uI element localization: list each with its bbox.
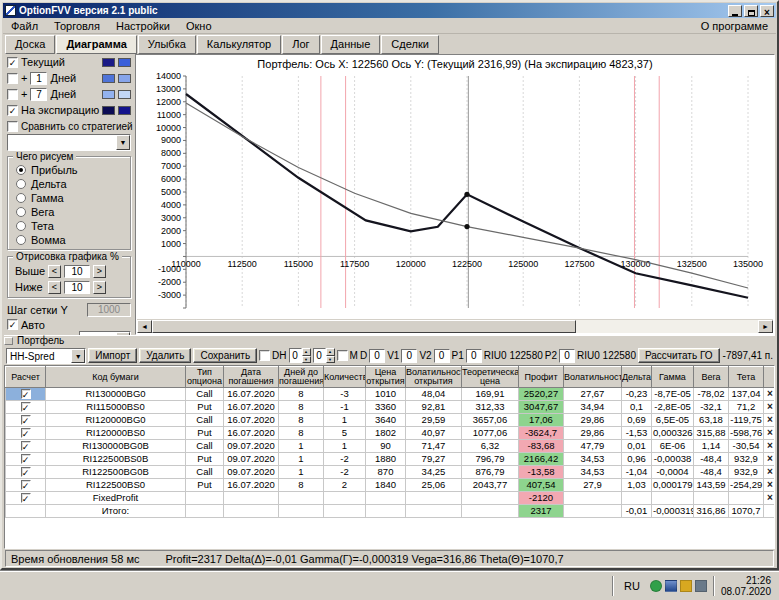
close-position-button[interactable]: × (767, 492, 773, 503)
spin-up-icon[interactable]: ▲ (302, 348, 311, 356)
scroll-thumb[interactable] (152, 320, 576, 333)
radio-icon[interactable] (16, 179, 26, 189)
grid-y-input[interactable]: 1000 (87, 303, 131, 317)
dh-spinner-1[interactable]: 0 ▲▼ (289, 348, 311, 363)
volume-tray-icon[interactable] (680, 580, 692, 592)
scroll-track[interactable] (152, 320, 758, 333)
row-enabled-checkbox[interactable]: ✓ (21, 402, 31, 412)
import-button[interactable]: Импорт (88, 348, 137, 363)
row-enabled-checkbox[interactable]: ✓ (21, 480, 31, 490)
p2-input[interactable]: 0 (559, 349, 575, 363)
plus7-checkbox[interactable] (7, 89, 18, 100)
menu-item-3[interactable]: Окно (178, 19, 220, 33)
scroll-left-button[interactable]: ◄ (137, 320, 152, 333)
increase-button[interactable]: > (93, 265, 106, 278)
plus7-color-swatch-1[interactable] (102, 90, 115, 99)
render-pct-input[interactable]: 10 (64, 281, 90, 294)
dh-checkbox[interactable] (259, 350, 270, 361)
radio-icon[interactable] (16, 221, 26, 231)
tab-3[interactable]: Калькулятор (197, 35, 281, 54)
compare-strategy-checkbox[interactable] (7, 121, 18, 132)
about-menu-item[interactable]: О программе (693, 19, 776, 33)
maximize-button[interactable] (744, 5, 758, 17)
close-button[interactable]: × (760, 5, 774, 17)
increase-button[interactable]: > (93, 281, 106, 294)
menu-item-1[interactable]: Торговля (46, 19, 108, 33)
portfolio-collapse-button[interactable] (4, 337, 13, 345)
strategy-compare-select[interactable]: ▼ (7, 134, 131, 151)
spin-up-icon[interactable]: ▲ (326, 348, 335, 356)
radio-icon[interactable] (16, 165, 26, 175)
chart-tray-icon[interactable] (665, 580, 677, 592)
column-header-0[interactable]: Расчет (6, 367, 46, 388)
column-header-13[interactable]: Вега (694, 367, 729, 388)
taskbar-clock[interactable]: 21:26 08.07.2020 (721, 575, 773, 597)
draw-option-2[interactable]: Гамма (11, 191, 127, 205)
v2-input[interactable]: 0 (434, 349, 450, 363)
radio-icon[interactable] (16, 193, 26, 203)
d-input[interactable]: 0 (369, 349, 385, 363)
column-header-11[interactable]: Дельта (622, 367, 652, 388)
close-position-button[interactable]: × (767, 427, 773, 438)
title-bar[interactable]: OptionFVV версия 2.1 public × (3, 3, 776, 18)
render-pct-input[interactable]: 10 (64, 265, 90, 278)
column-header-5[interactable]: Количество (324, 367, 366, 388)
plus7-color-swatch-2[interactable] (118, 90, 131, 99)
plus1-color-swatch-1[interactable] (102, 74, 115, 83)
save-button[interactable]: Сохранить (193, 348, 257, 363)
expiration-color-swatch-1[interactable] (102, 106, 115, 115)
p1-input[interactable]: 0 (466, 349, 482, 363)
row-enabled-checkbox[interactable]: ✓ (21, 493, 31, 503)
current-checkbox[interactable]: ✓ (7, 57, 18, 68)
chart-horizontal-scrollbar[interactable]: ◄ ► (137, 319, 773, 333)
close-position-button[interactable]: × (767, 414, 773, 425)
close-position-button[interactable]: × (767, 466, 773, 477)
plus1-color-swatch-2[interactable] (118, 74, 131, 83)
dh-spinner-2[interactable]: 0 ▲▼ (313, 348, 335, 363)
radio-icon[interactable] (16, 235, 26, 245)
column-header-9[interactable]: Профит (519, 367, 564, 388)
row-enabled-checkbox[interactable]: ✓ (21, 428, 31, 438)
close-position-button[interactable]: × (767, 401, 773, 412)
row-enabled-checkbox[interactable]: ✓ (21, 415, 31, 425)
column-header-1[interactable]: Код бумаги (46, 367, 186, 388)
auto-grid-checkbox[interactable]: ✓ (7, 319, 18, 330)
draw-option-4[interactable]: Тета (11, 219, 127, 233)
column-header-6[interactable]: Цена открытия (366, 367, 406, 388)
close-position-button[interactable]: × (767, 440, 773, 451)
current-color-swatch-2[interactable] (118, 58, 131, 67)
plus7-days-input[interactable]: 7 (30, 88, 47, 101)
spin-down-icon[interactable]: ▼ (302, 356, 311, 364)
tab-5[interactable]: Данные (321, 35, 381, 54)
m-checkbox[interactable] (337, 350, 348, 361)
column-header-10[interactable]: Волатильность (564, 367, 622, 388)
calculate-margin-button[interactable]: Рассчитать ГО (638, 348, 720, 363)
row-enabled-checkbox[interactable]: ✓ (21, 467, 31, 477)
expiration-checkbox[interactable]: ✓ (7, 105, 18, 116)
row-enabled-checkbox[interactable]: ✓ (21, 389, 31, 399)
draw-option-1[interactable]: Дельта (11, 177, 127, 191)
menu-item-0[interactable]: Файл (3, 19, 46, 33)
tab-4[interactable]: Лог (282, 35, 319, 54)
minimize-button[interactable] (728, 5, 742, 17)
language-indicator[interactable]: RU (620, 578, 644, 594)
column-header-8[interactable]: Теоретическая цена (462, 367, 519, 388)
chevron-down-icon[interactable]: ▼ (71, 349, 85, 363)
column-header-2[interactable]: Тип опциона (186, 367, 224, 388)
decrease-button[interactable]: < (48, 265, 61, 278)
strategy-select[interactable]: HH-Spred ▼ (6, 348, 86, 364)
plus1-days-input[interactable]: 1 (30, 72, 47, 85)
network-tray-icon[interactable] (695, 580, 707, 592)
status-tray-icon[interactable] (650, 580, 662, 592)
spin-down-icon[interactable]: ▼ (326, 356, 335, 364)
plus1-checkbox[interactable] (7, 73, 18, 84)
column-header-3[interactable]: Дата погашения (224, 367, 279, 388)
column-header-14[interactable]: Тета (729, 367, 764, 388)
radio-icon[interactable] (16, 207, 26, 217)
tab-6[interactable]: Сделки (381, 35, 439, 54)
row-enabled-checkbox[interactable]: ✓ (21, 441, 31, 451)
tab-0[interactable]: Доска (5, 35, 55, 54)
draw-option-3[interactable]: Вега (11, 205, 127, 219)
decrease-button[interactable]: < (48, 281, 61, 294)
delete-button[interactable]: Удалить (139, 348, 191, 363)
